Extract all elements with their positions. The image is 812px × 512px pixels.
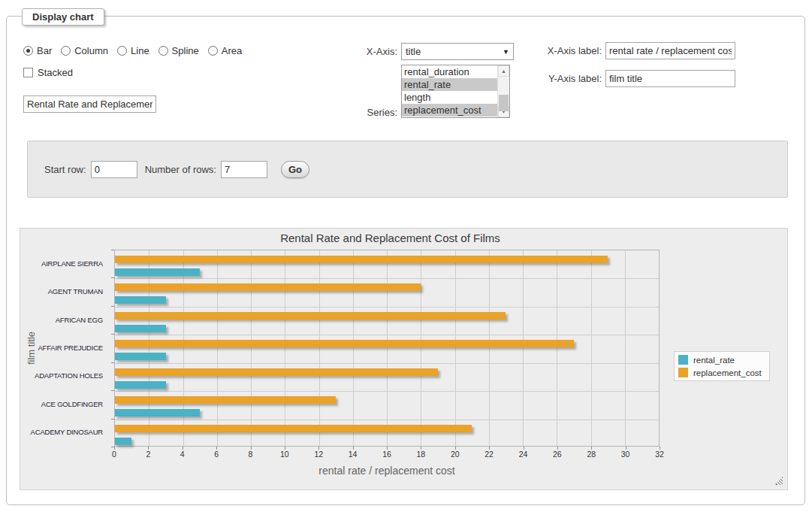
x-tick-mark bbox=[660, 447, 660, 450]
radio-label: Bar bbox=[37, 45, 52, 56]
x-tick-mark bbox=[591, 447, 592, 450]
gridline-vertical bbox=[421, 250, 421, 446]
radio-label: Area bbox=[222, 45, 242, 56]
x-axis-select-label: X-Axis: bbox=[315, 46, 397, 57]
series-option-rental_rate[interactable]: rental_rate bbox=[402, 78, 497, 91]
series-select-row: Series: rental_durationrental_ratelength… bbox=[315, 65, 510, 118]
bar-rental_rate bbox=[115, 409, 200, 417]
gridline-vertical bbox=[557, 250, 557, 446]
radio-label: Spline bbox=[172, 45, 199, 56]
bar-replacement_cost bbox=[115, 312, 506, 320]
x-axis-label-input[interactable] bbox=[605, 42, 735, 59]
x-tick-label: 20 bbox=[440, 450, 470, 459]
series-label: Series: bbox=[315, 107, 397, 118]
x-tick-label: 22 bbox=[474, 450, 504, 459]
x-tick-label: 24 bbox=[509, 450, 539, 459]
x-axis-title: rental rate / replacement cost bbox=[114, 465, 660, 477]
gridline-vertical bbox=[591, 250, 592, 446]
x-tick-label: 12 bbox=[303, 450, 334, 459]
radio-label: Line bbox=[131, 45, 149, 56]
radio-line[interactable]: Line bbox=[117, 45, 149, 56]
radio-bar[interactable]: Bar bbox=[23, 45, 52, 56]
x-tick-label: 2 bbox=[133, 450, 163, 459]
x-tick-mark bbox=[524, 447, 524, 450]
fieldset-legend: Display chart bbox=[22, 8, 104, 26]
series-listbox[interactable]: rental_durationrental_ratelengthreplacem… bbox=[401, 65, 510, 118]
y-tick-mark bbox=[111, 250, 114, 250]
y-axis-label-row: Y-Axis label: bbox=[536, 70, 735, 87]
legend-swatch-icon bbox=[678, 368, 688, 377]
x-axis-label-text: X-Axis label: bbox=[536, 45, 602, 56]
x-tick-mark bbox=[455, 447, 456, 450]
chart-legend: rental_ratereplacement_cost bbox=[674, 351, 770, 381]
gridline-horizontal bbox=[115, 363, 659, 364]
x-tick-mark bbox=[183, 447, 183, 450]
x-tick-label: 28 bbox=[576, 450, 606, 459]
radio-area[interactable]: Area bbox=[208, 45, 242, 56]
chart-title-input[interactable] bbox=[23, 95, 156, 113]
stacked-checkbox[interactable] bbox=[23, 68, 33, 77]
x-tick-mark bbox=[318, 447, 319, 450]
scroll-up-icon[interactable]: ▲ bbox=[498, 65, 509, 77]
y-tick-mark bbox=[111, 362, 114, 363]
start-row-input[interactable] bbox=[91, 161, 137, 178]
bar-rental_rate bbox=[115, 296, 166, 304]
stacked-checkbox-row: Stacked bbox=[23, 67, 73, 78]
bar-replacement_cost bbox=[115, 396, 336, 404]
x-tick-label: 30 bbox=[611, 450, 641, 459]
y-tick-mark bbox=[111, 334, 114, 335]
bar-replacement_cost bbox=[115, 283, 421, 291]
x-tick-mark bbox=[148, 447, 149, 450]
radio-icon bbox=[61, 46, 71, 56]
gridline-vertical bbox=[489, 250, 490, 446]
radio-column[interactable]: Column bbox=[61, 45, 108, 56]
start-row-label: Start row: bbox=[44, 164, 86, 175]
scrollbar-track[interactable] bbox=[498, 77, 509, 106]
series-option-length[interactable]: length bbox=[402, 91, 497, 104]
x-tick-mark bbox=[557, 447, 558, 450]
x-tick-mark bbox=[216, 447, 217, 450]
y-axis-label-input[interactable] bbox=[605, 70, 735, 87]
x-tick-mark bbox=[489, 447, 490, 450]
x-tick-label: 32 bbox=[644, 450, 675, 459]
bar-replacement_cost bbox=[115, 340, 574, 347]
x-tick-mark bbox=[114, 447, 115, 450]
x-tick-mark bbox=[285, 447, 285, 450]
series-scrollbar[interactable]: ▲ ▼ bbox=[497, 65, 509, 117]
category-label: ACE GOLDFINGER bbox=[20, 400, 103, 408]
radio-icon bbox=[23, 46, 33, 56]
x-tick-label: 10 bbox=[270, 450, 300, 459]
series-options: rental_durationrental_ratelengthreplacem… bbox=[402, 65, 497, 117]
x-tick-label: 8 bbox=[236, 450, 266, 459]
num-rows-label: Number of rows: bbox=[145, 164, 216, 175]
category-label: AIRPLANE SIERRA bbox=[20, 259, 103, 268]
x-tick-mark bbox=[421, 447, 421, 450]
gridline-horizontal bbox=[115, 391, 659, 392]
x-tick-mark bbox=[251, 447, 252, 450]
x-axis-select[interactable]: title ▼ bbox=[401, 43, 514, 60]
y-tick-mark bbox=[111, 277, 114, 278]
bar-rental_rate bbox=[115, 268, 200, 276]
go-button[interactable]: Go bbox=[281, 161, 309, 178]
y-axis-category-labels: AIRPLANE SIERRAAGENT TRUMANAFRICAN EGGAF… bbox=[20, 250, 109, 447]
legend-label: replacement_cost bbox=[693, 368, 762, 377]
category-label: AGENT TRUMAN bbox=[20, 287, 103, 295]
gridline-vertical bbox=[285, 250, 285, 446]
bar-replacement_cost bbox=[115, 256, 608, 263]
series-option-rental_duration[interactable]: rental_duration bbox=[402, 65, 497, 78]
resize-handle-icon[interactable] bbox=[774, 477, 783, 485]
x-tick-mark bbox=[387, 447, 388, 450]
radio-spline[interactable]: Spline bbox=[158, 45, 199, 56]
radio-icon bbox=[158, 46, 168, 56]
radio-icon bbox=[117, 46, 127, 56]
legend-swatch-icon bbox=[678, 355, 688, 365]
stacked-label: Stacked bbox=[38, 67, 73, 78]
y-tick-mark bbox=[111, 306, 114, 307]
num-rows-input[interactable] bbox=[221, 161, 267, 178]
scrollbar-thumb[interactable] bbox=[499, 95, 509, 111]
gridline-vertical bbox=[319, 250, 320, 446]
series-option-replacement_cost[interactable]: replacement_cost bbox=[402, 104, 497, 117]
y-axis-label-text: Y-Axis label: bbox=[536, 73, 602, 84]
gridline-horizontal bbox=[115, 307, 659, 308]
x-axis-label-row: X-Axis label: bbox=[536, 42, 735, 59]
